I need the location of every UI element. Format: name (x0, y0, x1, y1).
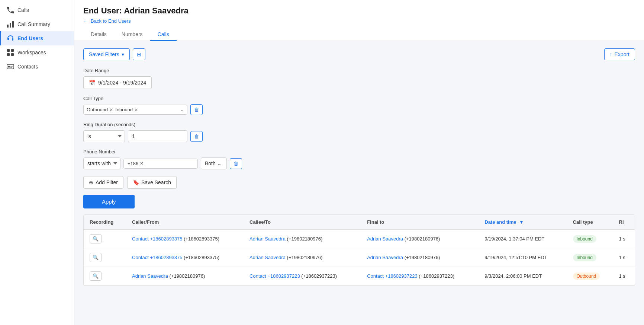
cell-calltype-2: Inbound (567, 248, 613, 267)
cell-final-1: Adrian Saavedra (+19802180976) (361, 230, 479, 248)
tab-details[interactable]: Details (83, 28, 114, 41)
ring-duration-delete-button[interactable]: 🗑 (190, 131, 203, 142)
sidebar-item-calls[interactable]: Calls (0, 3, 74, 17)
sidebar-item-contacts-label: Contacts (17, 64, 38, 70)
final-num-1: (+19802180976) (405, 236, 440, 242)
phone-number-operator[interactable]: starts with contains ends with equals (83, 157, 120, 169)
svg-rect-10 (10, 67, 12, 68)
cell-ri-1: 1 s (613, 230, 635, 248)
search-icon-2: 🔍 (93, 255, 99, 260)
callee-link-2[interactable]: Adrian Saavedra (249, 255, 286, 260)
cell-caller-1: Contact +18602893375 (+18602893375) (126, 230, 244, 248)
sidebar-item-call-summary-label: Call Summary (17, 21, 50, 27)
date-range-label: Date Range (83, 68, 635, 73)
caller-link-3[interactable]: Adrian Saavedra (132, 273, 168, 279)
tag-outbound-remove[interactable]: ✕ (109, 107, 113, 112)
callee-num-1: (+19802180976) (287, 236, 323, 242)
recording-play-button-3[interactable]: 🔍 (90, 271, 102, 281)
save-search-button[interactable]: 🔖 Save Search (127, 176, 177, 189)
final-link-2[interactable]: Adrian Saavedra (367, 255, 403, 260)
chevron-down-icon-2: ⌄ (217, 160, 222, 166)
tag-inbound-label: Inbound (115, 107, 133, 112)
add-filter-label: Add Filter (96, 179, 118, 185)
back-arrow-icon: ← (83, 18, 88, 24)
grid-icon (7, 49, 14, 56)
filter-icon-button[interactable]: ⊞ (133, 48, 145, 60)
id-card-icon (7, 63, 14, 70)
cell-callee-1: Adrian Saavedra (+19802180976) (244, 230, 361, 248)
tag-inbound-remove[interactable]: ✕ (134, 107, 138, 112)
tag-outbound-label: Outbound (87, 107, 108, 112)
caller-link-1[interactable]: Contact +18602893375 (132, 236, 183, 242)
recording-play-button-1[interactable]: 🔍 (90, 234, 102, 243)
back-link-label: Back to End Users (91, 18, 131, 24)
sidebar-item-call-summary[interactable]: Call Summary (0, 17, 74, 31)
col-callee-to: Callee/To (244, 215, 361, 230)
add-filter-button[interactable]: ⊕ Add Filter (83, 176, 123, 189)
saved-filters-button[interactable]: Saved Filters ▾ (83, 48, 130, 60)
tabs-bar: Details Numbers Calls (83, 28, 635, 41)
call-type-label: Call Type (83, 96, 635, 101)
trash-icon-3: 🗑 (234, 161, 238, 166)
back-link[interactable]: ← Back to End Users (83, 18, 635, 24)
sidebar-item-end-users[interactable]: End Users (0, 31, 74, 45)
phone-number-label: Phone Number (83, 149, 635, 154)
cell-final-3: Contact +18602937223 (+18602937223) (361, 267, 479, 286)
final-link-3[interactable]: Contact +18602937223 (367, 273, 418, 279)
call-type-delete-button[interactable]: 🗑 (190, 104, 203, 115)
save-search-label: Save Search (141, 179, 171, 185)
caller-num-3: (+19802180976) (169, 273, 205, 279)
content-area: Saved Filters ▾ ⊞ ↑ Export Date Range 📅 … (74, 41, 644, 325)
sidebar-item-workspaces-label: Workspaces (17, 50, 46, 55)
tab-calls[interactable]: Calls (150, 28, 177, 41)
apply-button[interactable]: Apply (83, 195, 135, 208)
svg-rect-2 (12, 21, 14, 28)
ring-duration-value[interactable] (128, 130, 187, 142)
phone-scope-dropdown[interactable]: Both ⌄ (201, 157, 227, 169)
cell-callee-2: Adrian Saavedra (+19802180976) (244, 248, 361, 267)
caller-link-2[interactable]: Contact +18602893375 (132, 255, 183, 260)
sidebar-item-contacts[interactable]: Contacts (0, 60, 74, 74)
tab-numbers[interactable]: Numbers (114, 28, 150, 41)
export-label: Export (615, 51, 629, 57)
phone-number-delete-button[interactable]: 🗑 (230, 158, 242, 169)
date-range-group: Date Range 📅 9/1/2024 - 9/19/2024 (83, 68, 635, 89)
cell-datetime-1: 9/19/2024, 1:37:04 PM EDT (479, 230, 567, 248)
callee-link-3[interactable]: Contact +18602937223 (249, 273, 300, 279)
main-content: End User: Adrian Saavedra ← Back to End … (74, 0, 644, 325)
call-type-badge-3: Outbound (573, 273, 600, 280)
phone-tag-remove[interactable]: ✕ (140, 161, 144, 166)
table-header-row: Recording Caller/From Callee/To Final to… (84, 215, 635, 230)
recording-play-button-2[interactable]: 🔍 (90, 253, 102, 262)
svg-rect-9 (10, 66, 13, 67)
cell-ri-3: 1 s (613, 267, 635, 286)
final-link-1[interactable]: Adrian Saavedra (367, 236, 403, 242)
table-header: Recording Caller/From Callee/To Final to… (84, 215, 635, 230)
ring-duration-operator[interactable]: is is not greater than less than (83, 130, 125, 142)
sidebar-item-calls-label: Calls (17, 7, 29, 13)
trash-icon-2: 🗑 (194, 134, 199, 139)
phone-icon (7, 7, 14, 13)
cell-callee-3: Contact +18602937223 (+18602937223) (244, 267, 361, 286)
cell-datetime-2: 9/19/2024, 12:51:10 PM EDT (479, 248, 567, 267)
sort-icon: ▼ (519, 219, 524, 225)
ring-duration-label: Ring Duration (seconds) (83, 122, 635, 127)
phone-number-group: Phone Number starts with contains ends w… (83, 149, 635, 169)
cell-recording-3: 🔍 (84, 267, 126, 286)
phone-number-input[interactable]: +186 ✕ (123, 159, 198, 169)
export-button[interactable]: ↑ Export (604, 48, 635, 60)
calls-table: Recording Caller/From Callee/To Final to… (83, 214, 635, 286)
call-type-input[interactable]: Outbound ✕ Inbound ✕ ⌄ (83, 105, 187, 115)
callee-num-3: (+18602937223) (301, 273, 337, 279)
svg-rect-0 (7, 25, 9, 28)
table-body: 🔍 Contact +18602893375 (+18602893375) Ad… (84, 230, 635, 286)
svg-rect-1 (10, 23, 11, 28)
date-range-picker[interactable]: 📅 9/1/2024 - 9/19/2024 (83, 76, 152, 89)
callee-link-1[interactable]: Adrian Saavedra (249, 236, 286, 242)
call-type-badge-2: Inbound (573, 254, 596, 261)
cell-final-2: Adrian Saavedra (+19802180976) (361, 248, 479, 267)
sidebar-item-workspaces[interactable]: Workspaces (0, 45, 74, 60)
col-date-time[interactable]: Date and time ▼ (479, 215, 567, 230)
phone-number-row: starts with contains ends with equals +1… (83, 157, 635, 169)
cell-recording-1: 🔍 (84, 230, 126, 248)
